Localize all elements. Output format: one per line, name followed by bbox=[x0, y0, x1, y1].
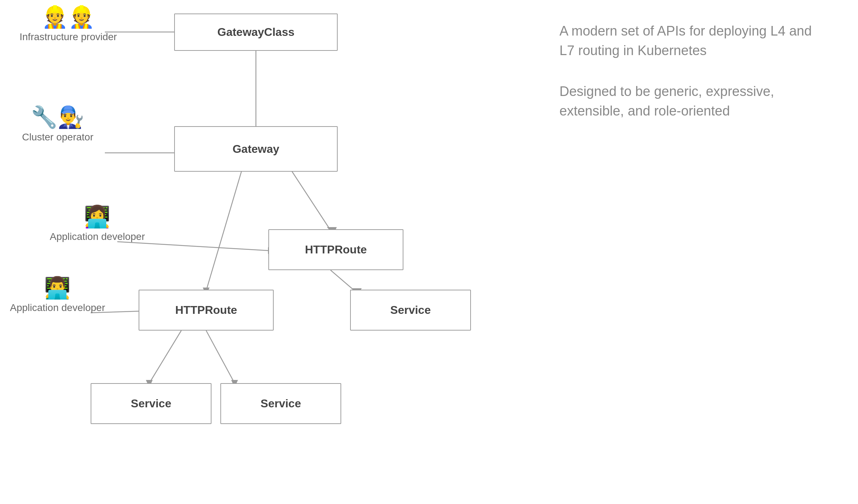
service-left-node: Service bbox=[91, 383, 211, 424]
service-center-node: Service bbox=[220, 383, 341, 424]
service-left-label: Service bbox=[131, 397, 171, 410]
app-dev-bottom-emoji: 👨‍💻 bbox=[44, 277, 71, 299]
description-line2: Designed to be generic, expressive, exte… bbox=[559, 82, 830, 121]
gateway-node: Gateway bbox=[174, 126, 338, 172]
actor-cluster-operator: 🔧👨‍🔧 Cluster operator bbox=[22, 107, 93, 144]
diagram: GatewayClass Gateway HTTPRoute HTTPRoute… bbox=[0, 0, 858, 504]
service-center-label: Service bbox=[261, 397, 301, 410]
httproute-bottom-node: HTTPRoute bbox=[139, 290, 274, 331]
service-right-node: Service bbox=[350, 290, 471, 331]
gatewayclass-node: GatewayClass bbox=[174, 14, 338, 51]
actor-app-dev-top: 👩‍💻 Application developer bbox=[50, 206, 145, 243]
app-dev-bottom-label: Application developer bbox=[10, 301, 105, 314]
infra-provider-emoji: 👷👷 bbox=[42, 6, 95, 28]
svg-line-6 bbox=[291, 171, 331, 230]
app-dev-top-label: Application developer bbox=[50, 230, 145, 243]
actor-infra-provider: 👷👷 Infrastructure provider bbox=[20, 6, 117, 43]
actor-app-dev-bottom: 👨‍💻 Application developer bbox=[10, 277, 105, 314]
gatewayclass-label: GatewayClass bbox=[217, 26, 294, 39]
svg-line-14 bbox=[331, 270, 355, 291]
cluster-operator-label: Cluster operator bbox=[22, 131, 93, 144]
httproute-bottom-label: HTTPRoute bbox=[175, 304, 237, 317]
gateway-label: Gateway bbox=[232, 143, 279, 156]
description-line1: A modern set of APIs for deploying L4 an… bbox=[559, 21, 830, 60]
app-dev-top-emoji: 👩‍💻 bbox=[84, 206, 111, 227]
svg-line-8 bbox=[206, 171, 242, 291]
service-right-label: Service bbox=[390, 304, 431, 317]
httproute-top-label: HTTPRoute bbox=[305, 243, 367, 256]
svg-line-18 bbox=[206, 331, 235, 383]
svg-line-16 bbox=[149, 331, 181, 383]
infra-provider-label: Infrastructure provider bbox=[20, 31, 117, 43]
cluster-operator-emoji: 🔧👨‍🔧 bbox=[31, 107, 84, 128]
description-panel: A modern set of APIs for deploying L4 an… bbox=[559, 21, 830, 142]
httproute-top-node: HTTPRoute bbox=[268, 229, 403, 270]
